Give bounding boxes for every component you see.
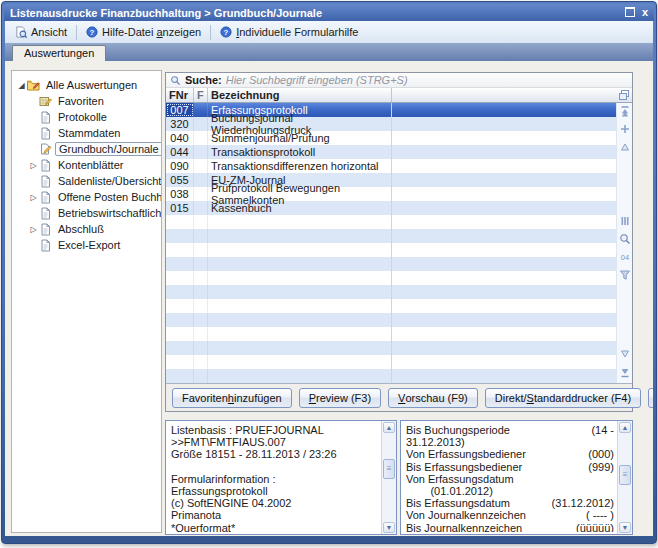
toolbar-item-individuelle-formularhilfe[interactable]: Individuelle Formularhilfe (214, 24, 364, 40)
scroll-top-button[interactable] (619, 105, 631, 119)
toolbar-item-hilfe-datei-anzeigen[interactable]: Hilfe-Datei anzeigen (80, 24, 207, 40)
table-row-empty[interactable] (166, 229, 617, 243)
cell-fill (392, 341, 617, 355)
vorschau-f9-button[interactable]: Vorschau (F9) (388, 388, 478, 408)
table-row[interactable]: 320Buchungsjournal Wiederholungsdruck (166, 117, 617, 131)
direkt-standarddrucker-f4-button[interactable]: Direkt/Standarddrucker (F4) (485, 388, 641, 408)
tree-item-offene-posten-buchhaltung[interactable]: ▷Offene Posten Buchhaltung (12, 189, 161, 205)
cell-fnr: 044 (166, 145, 194, 159)
records-button[interactable] (619, 251, 631, 265)
cell-fcol (194, 257, 208, 271)
tree-item-betriebswirtschaftliche-auswertungen[interactable]: Betriebswirtschaftliche Auswertungen (12, 205, 161, 221)
table-row-empty[interactable] (166, 215, 617, 229)
auswertung-drucken-button[interactable]: Auswertung drucken (648, 388, 653, 408)
table-row-empty[interactable] (166, 341, 617, 355)
column-options-icon[interactable] (618, 89, 630, 101)
form-info-scrollbar[interactable]: ▲ ≡ ▼ (381, 421, 396, 534)
close-button[interactable]: x (642, 7, 648, 18)
parameter-line: Von Journalkennzeichen( ---- ) (406, 509, 614, 521)
table-row-empty[interactable] (166, 355, 617, 369)
table-row[interactable]: 015Kassenbuch (166, 201, 617, 215)
table-row[interactable]: 040Summenjournal/Prüfung (166, 131, 617, 145)
table-row-empty[interactable] (166, 299, 617, 313)
scroll-down-button[interactable] (619, 348, 631, 362)
cell-fnr: 090 (166, 159, 194, 173)
table-row-empty[interactable] (166, 313, 617, 327)
tree-item-alle-auswertungen[interactable]: ◢Alle Auswertungen (12, 77, 161, 93)
search-placeholder: Hier Suchbegriff eingeben (STRG+S) (226, 74, 408, 86)
form-info-text: Listenbasis : PRUEFJOURNAL>>FMT\FMTFIAUS… (171, 424, 378, 532)
info-line: >>FMT\FMTFIAUS.007 (171, 436, 378, 448)
grid-tool-group (619, 348, 631, 380)
filter-button[interactable] (619, 269, 631, 283)
cell-fill (392, 355, 617, 369)
scroll-down-icon[interactable]: ▼ (383, 522, 395, 533)
cell-fcol (194, 271, 208, 285)
restore-button[interactable] (625, 7, 635, 19)
toolbar-separator (210, 25, 211, 40)
tree-item-kontenblaetter[interactable]: ▷Kontenblätter (12, 157, 161, 173)
cell-fcol (194, 201, 208, 215)
scrollbar-thumb[interactable]: ≡ (619, 465, 631, 485)
collapsed-arrow-icon[interactable]: ▷ (28, 225, 39, 234)
cell-fcol (194, 341, 208, 355)
scroll-up-icon[interactable]: ▲ (619, 422, 631, 433)
table-row-empty[interactable] (166, 285, 617, 299)
document-icon (39, 191, 52, 204)
tree-item-stammdaten[interactable]: Stammdaten (12, 125, 161, 141)
add-button[interactable] (619, 123, 631, 137)
expanded-arrow-icon[interactable]: ◢ (16, 81, 27, 90)
grid-side-toolbar (616, 103, 632, 383)
preview-f3-button[interactable]: Preview (F3) (299, 388, 381, 408)
tab-strip: Auswertungen (5, 43, 653, 61)
column-header-fnr[interactable]: FNr (166, 88, 194, 102)
collapsed-arrow-icon[interactable]: ▷ (28, 161, 39, 170)
cell-fill (392, 257, 617, 271)
table-row-empty[interactable] (166, 243, 617, 257)
cell-fill (392, 229, 617, 243)
window-title: Listenausdrucke Finanzbuchhaltung > Grun… (10, 7, 625, 19)
column-header-f[interactable]: F (194, 88, 208, 102)
table-row-empty[interactable] (166, 257, 617, 271)
scroll-down-icon[interactable]: ▼ (619, 522, 631, 533)
table-row[interactable]: 090Transaktionsdifferenzen horizontal (166, 159, 617, 173)
table-row-empty[interactable] (166, 327, 617, 341)
tree-item-saldenliste-uebersicht[interactable]: Saldenliste/Übersicht (12, 173, 161, 189)
table-row[interactable]: 044Transaktionsprotokoll (166, 145, 617, 159)
search-button[interactable] (619, 233, 631, 247)
tree-item-favoriten[interactable]: Favoriten (12, 93, 161, 109)
table-row[interactable]: 038Prüfprotokoll Bewegungen Sammelkonten (166, 187, 617, 201)
cell-bez (208, 285, 392, 299)
scrollbar-thumb[interactable]: ≡ (383, 459, 395, 479)
search-input[interactable]: Suche: Hier Suchbegriff eingeben (STRG+S… (166, 73, 632, 88)
tab-auswertungen[interactable]: Auswertungen (12, 45, 106, 61)
columns-button[interactable] (619, 215, 631, 229)
parameter-line: Bis Erfassungsdatum(31.12.2012) (406, 497, 614, 509)
search-icon (619, 233, 631, 245)
cell-fill (392, 369, 617, 383)
table-row-empty[interactable] (166, 369, 617, 383)
table-row-empty[interactable] (166, 271, 617, 285)
scroll-bottom-button[interactable] (619, 366, 631, 380)
scroll-up-icon[interactable]: ▲ (383, 422, 395, 433)
parameters-scrollbar[interactable]: ▲ ≡ ▼ (617, 421, 632, 534)
cell-fnr (166, 257, 194, 271)
favoriten-hinzufuegen-button[interactable]: Favoriten hinzufügen (172, 388, 292, 408)
tree-item-protokolle[interactable]: Protokolle (12, 109, 161, 125)
column-header-bezeichnung[interactable]: Bezeichnung (208, 88, 392, 102)
toolbar-item-ansicht[interactable]: Ansicht (9, 24, 73, 40)
tree-item-abschluss[interactable]: ▷Abschluß (12, 221, 161, 237)
action-button-row: Favoriten hinzufügenPreview (F3)Vorschau… (166, 383, 632, 411)
collapsed-arrow-icon[interactable]: ▷ (28, 193, 39, 202)
tree-item-grundbuch-journale[interactable]: Grundbuch/Journale (12, 141, 161, 157)
cell-fnr (166, 313, 194, 327)
parameter-line: Bis Erfassungsbediener(999) (406, 461, 614, 473)
tree-item-label: Favoriten (55, 95, 107, 107)
cell-fill (392, 159, 617, 173)
scroll-up-button[interactable] (619, 141, 631, 155)
restore-icon (625, 7, 635, 17)
cell-fnr (166, 271, 194, 285)
cell-fill (392, 313, 617, 327)
title-bar: Listenausdrucke Finanzbuchhaltung > Grun… (4, 4, 654, 21)
tree-item-excel-export[interactable]: Excel-Export (12, 237, 161, 253)
